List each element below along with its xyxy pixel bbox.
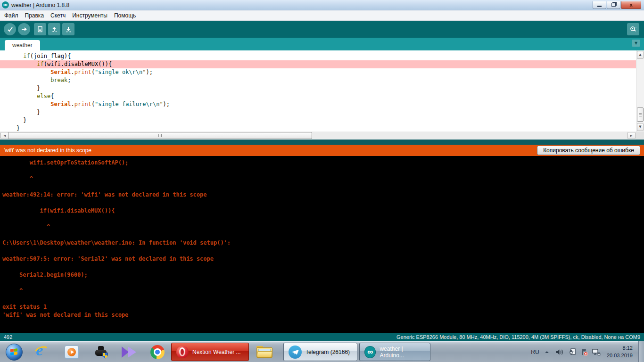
- volume-tray-icon[interactable]: [553, 341, 565, 362]
- tray-clock[interactable]: 8:12 20.03.2019: [607, 344, 633, 359]
- serial-monitor-magnifier-icon: [629, 25, 637, 33]
- taskbar-button-telegram[interactable]: Telegram (26166): [283, 343, 357, 361]
- media-player-icon: [65, 346, 79, 359]
- safely-remove-tray-icon[interactable]: [567, 341, 578, 362]
- thumb-grip: [158, 134, 162, 137]
- uac-shield-icon: [102, 353, 108, 359]
- taskbar-button-nextion-weather[interactable]: Nextion Weather ...: [171, 343, 249, 361]
- line-number: 492: [4, 334, 12, 340]
- console-output: wifi.setOprToStationSoftAP(); ^ weather:…: [0, 156, 644, 319]
- show-desktop-button[interactable]: [638, 341, 644, 362]
- menu-file[interactable]: Файл: [1, 11, 22, 20]
- code-line-error-highlight: if(wifi.disableMUX()){: [0, 60, 636, 68]
- opera-icon: [176, 346, 189, 358]
- scroll-up-arrow[interactable]: ▲: [637, 51, 644, 59]
- language-indicator[interactable]: RU: [529, 341, 541, 362]
- hidden-icons-button[interactable]: [542, 341, 552, 362]
- clock-time: 8:12: [607, 344, 633, 352]
- internet-explorer-icon: e: [33, 344, 50, 360]
- taskbar-button-label: Telegram (26166): [305, 349, 350, 355]
- action-center-tray-icon[interactable]: [579, 341, 590, 362]
- device-driver-icon: [95, 346, 107, 358]
- code-line: Serial.print("single ok\r\n");: [0, 68, 636, 76]
- tab-strip: weather ▼: [0, 38, 644, 50]
- menu-bar: Файл Правка Скетч Инструменты Помощь: [0, 10, 644, 21]
- code-line: }: [0, 84, 636, 92]
- play-icon: [71, 350, 74, 354]
- tab-list-dropdown-button[interactable]: ▼: [632, 40, 640, 47]
- down-arrow-icon: [65, 26, 72, 33]
- save-button[interactable]: [62, 23, 74, 35]
- taskbar-device-app[interactable]: [92, 341, 109, 362]
- new-document-icon: [37, 26, 43, 33]
- taskbar-internet-explorer[interactable]: e: [33, 341, 50, 362]
- upload-button[interactable]: [18, 23, 30, 35]
- arduino-app-icon: ∞: [2, 1, 9, 8]
- taskbar: e Nextion Weather ...: [0, 341, 644, 362]
- up-arrow-icon: [51, 26, 58, 33]
- kmplayer-icon: [122, 346, 137, 359]
- menu-sketch[interactable]: Скетч: [47, 11, 69, 20]
- menu-tools[interactable]: Инструменты: [69, 11, 111, 20]
- arduino-infinity-icon: ∞: [364, 346, 376, 358]
- tab-label: weather: [12, 42, 33, 49]
- verify-button[interactable]: [4, 23, 16, 35]
- check-icon: [7, 26, 13, 33]
- chrome-icon: [150, 345, 165, 359]
- scroll-right-arrow[interactable]: ►: [627, 132, 636, 139]
- taskbar-chrome[interactable]: [149, 341, 166, 362]
- close-button[interactable]: x: [621, 1, 641, 9]
- network-tray-icon[interactable]: [590, 341, 603, 362]
- tab-weather[interactable]: weather: [5, 40, 40, 50]
- taskbar-button-arduino[interactable]: ∞ weather | Arduino...: [359, 343, 430, 361]
- scroll-left-arrow[interactable]: ◄: [0, 132, 8, 139]
- vertical-scrollbar[interactable]: ▲ ▼: [636, 50, 644, 132]
- editor-console-splitter[interactable]: [0, 140, 644, 145]
- scrollbar-corner: [636, 132, 644, 140]
- code-line: else{: [0, 92, 636, 100]
- up-arrow-icon: [544, 350, 550, 354]
- thumb-grip: [639, 113, 642, 116]
- windows-orb-icon: [6, 344, 23, 361]
- network-status-icon: [592, 348, 601, 356]
- taskbar-explorer[interactable]: [255, 341, 274, 362]
- menu-help[interactable]: Помощь: [111, 11, 139, 20]
- board-info: Generic ESP8266 Module, 80 MHz, 40MHz, D…: [396, 334, 640, 340]
- screen: ∞ weather | Arduino 1.8.8 x Файл Правка …: [0, 0, 644, 362]
- windows-flag-icon: [10, 348, 18, 356]
- taskbar-button-label: weather | Arduino...: [380, 346, 425, 359]
- compiler-console: wifi.setOprToStationSoftAP(); ^ weather:…: [0, 156, 644, 333]
- code-line: }: [0, 108, 636, 116]
- code-editor[interactable]: if(join_flag){ if(wifi.disableMUX()){ Se…: [0, 50, 644, 132]
- status-bar: 492 Generic ESP8266 Module, 80 MHz, 40MH…: [0, 333, 644, 341]
- taskbar-media-player[interactable]: [63, 341, 80, 362]
- new-sketch-button[interactable]: [34, 23, 46, 35]
- h-scroll-thumb[interactable]: [8, 132, 312, 139]
- arrow-right-icon: [21, 26, 27, 33]
- menu-edit[interactable]: Правка: [22, 11, 48, 20]
- serial-monitor-button[interactable]: [627, 23, 639, 35]
- error-message: 'wifi' was not declared in this scope: [4, 147, 91, 154]
- clock-date: 20.03.2019: [607, 352, 633, 359]
- window-title: weather | Arduino 1.8.8: [11, 2, 69, 8]
- start-button[interactable]: [4, 341, 25, 362]
- scroll-down-arrow[interactable]: ▼: [637, 123, 644, 131]
- paper-plane-icon: [292, 350, 299, 355]
- open-button[interactable]: [48, 23, 60, 35]
- taskbar-kmplayer[interactable]: [120, 341, 138, 362]
- speaker-icon: [555, 348, 563, 356]
- minimize-button[interactable]: [593, 1, 606, 9]
- code-line: break;: [0, 76, 636, 84]
- code-line: if(join_flag){: [0, 52, 636, 60]
- horizontal-scrollbar[interactable]: ◄ ►: [0, 132, 644, 140]
- remove-hardware-plug-icon: [568, 348, 577, 356]
- restore-button[interactable]: [607, 1, 620, 9]
- v-scroll-thumb[interactable]: [637, 107, 644, 122]
- window-controls: x: [592, 1, 641, 9]
- flag-error-icon: [580, 348, 589, 356]
- telegram-icon: [289, 346, 302, 359]
- minimize-icon: [597, 6, 602, 7]
- restore-icon: [611, 3, 616, 7]
- copy-error-button[interactable]: Копировать сообщение об ошибке: [537, 146, 640, 155]
- toolbar: [0, 21, 644, 38]
